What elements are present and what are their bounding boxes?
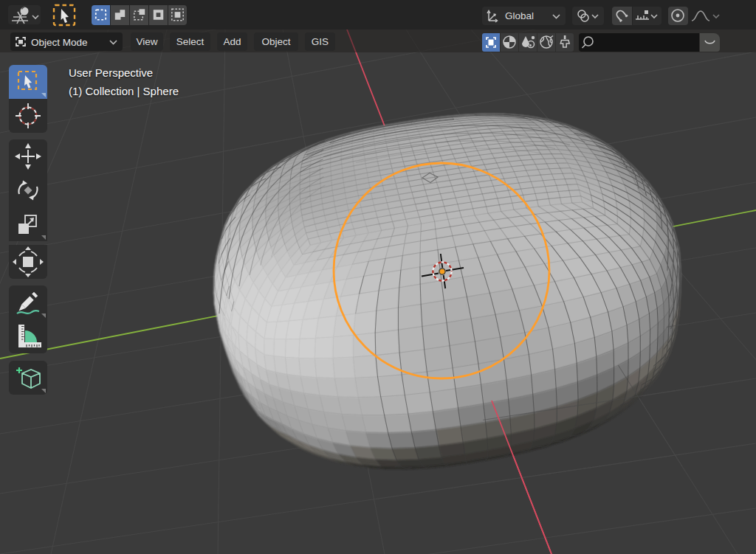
svg-text:Global: Global	[505, 10, 534, 21]
svg-text:Object Mode: Object Mode	[31, 37, 88, 48]
